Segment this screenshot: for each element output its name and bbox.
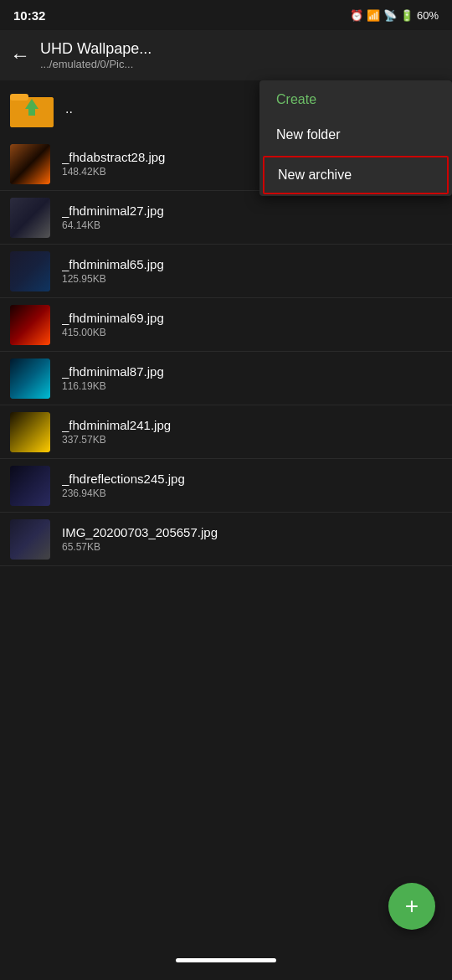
header: ← UHD Wallpape... .../emulated/0/Pic... [0,30,452,80]
file-thumbnail [10,144,50,184]
file-thumbnail [10,358,50,399]
file-name: _fhdminimal65.jpg [62,257,442,271]
file-info: _fhdminimal241.jpg337.57KB [62,418,442,446]
file-size: 236.94KB [62,487,442,499]
file-size: 415.00KB [62,327,442,338]
status-bar: 10:32 ⏰ 📶 📡 🔋 60% [0,0,452,30]
file-name: _fhdminimal27.jpg [62,204,442,218]
file-name: _fhdreflections245.jpg [62,472,442,486]
file-info: _fhdreflections245.jpg236.94KB [62,472,442,499]
parent-folder-label: .. [65,101,73,116]
file-thumbnail [10,198,50,238]
fab-button[interactable]: + [388,883,435,930]
signal-icon: 📡 [383,9,397,22]
svg-rect-2 [10,94,28,101]
header-title: UHD Wallpape... [40,40,152,58]
file-info: _fhdminimal65.jpg125.95KB [62,257,442,285]
nav-pill [176,958,276,962]
file-size: 116.19KB [62,380,442,392]
file-size: 64.14KB [62,219,442,231]
file-item[interactable]: _fhdminimal27.jpg64.14KB [0,191,452,245]
back-button[interactable]: ← [10,44,30,67]
status-time: 10:32 [13,8,45,23]
file-item[interactable]: _fhdminimal69.jpg415.00KB [0,298,452,352]
file-name: _fhdminimal69.jpg [62,311,442,325]
nav-bar [0,940,452,980]
header-text: UHD Wallpape... .../emulated/0/Pic... [40,40,152,70]
file-thumbnail [10,251,50,291]
file-item[interactable]: _fhdminimal241.jpg337.57KB [0,405,452,459]
file-name: _fhdminimal241.jpg [62,418,442,432]
status-icons: ⏰ 📶 📡 🔋 60% [350,9,439,22]
new-folder-button[interactable]: New folder [259,116,452,154]
file-list: _fhdabstract28.jpg148.42KB_fhdminimal27.… [0,137,452,566]
dropdown-header: Create [259,80,452,116]
file-name: IMG_20200703_205657.jpg [62,525,442,539]
file-item[interactable]: _fhdminimal87.jpg116.19KB [0,352,452,405]
file-thumbnail [10,305,50,345]
file-item[interactable]: _fhdminimal65.jpg125.95KB [0,245,452,298]
file-info: _fhdminimal87.jpg116.19KB [62,364,442,392]
file-size: 125.95KB [62,273,442,285]
file-item[interactable]: IMG_20200703_205657.jpg65.57KB [0,513,452,566]
battery-percent: 60% [417,9,439,22]
file-thumbnail [10,519,50,560]
wifi-icon: 📶 [367,9,380,22]
file-thumbnail [10,466,50,506]
file-size: 65.57KB [62,541,442,553]
folder-icon [10,87,54,131]
file-size: 337.57KB [62,434,442,446]
file-thumbnail [10,412,50,452]
alarm-icon: ⏰ [350,9,363,22]
new-archive-button[interactable]: New archive [263,156,449,194]
file-info: _fhdminimal27.jpg64.14KB [62,204,442,231]
dropdown-menu: Create New folder New archive [259,80,452,196]
header-subtitle: .../emulated/0/Pic... [40,58,152,70]
file-info: IMG_20200703_205657.jpg65.57KB [62,525,442,553]
plus-icon: + [405,893,419,920]
battery-icon: 🔋 [400,9,413,22]
file-item[interactable]: _fhdreflections245.jpg236.94KB [0,459,452,513]
file-name: _fhdminimal87.jpg [62,364,442,379]
file-info: _fhdminimal69.jpg415.00KB [62,311,442,338]
